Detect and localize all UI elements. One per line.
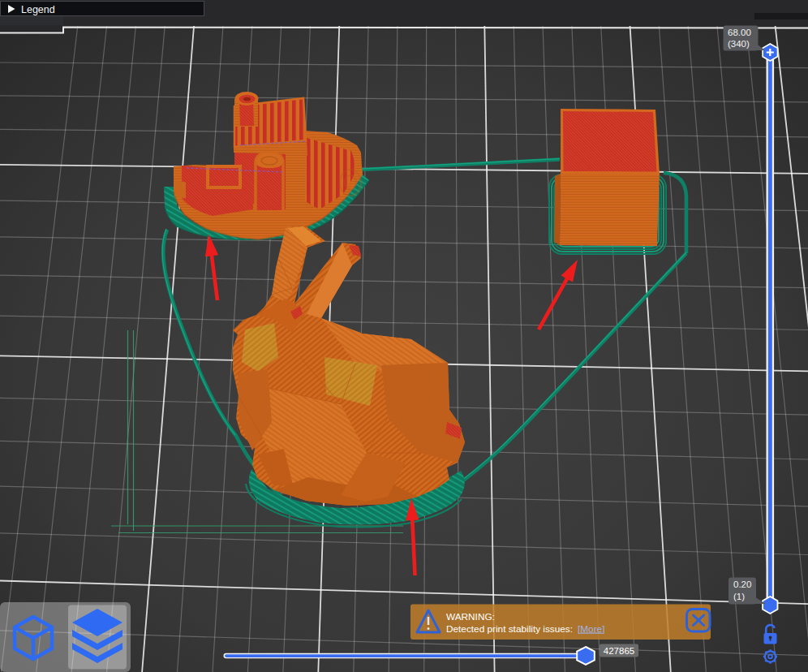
svg-text:(1): (1)	[733, 592, 745, 601]
svg-text:(340): (340)	[728, 39, 750, 49]
svg-text:WARNING:: WARNING:	[446, 611, 495, 622]
svg-text:[More]: [More]	[578, 623, 604, 635]
svg-text:Legend: Legend	[21, 4, 55, 15]
svg-text:Detected print stability issue: Detected print stability issues:	[446, 623, 573, 635]
svg-text:0.20: 0.20	[733, 579, 751, 589]
svg-text:68.00: 68.00	[728, 28, 751, 37]
svg-text:427865: 427865	[604, 646, 634, 656]
